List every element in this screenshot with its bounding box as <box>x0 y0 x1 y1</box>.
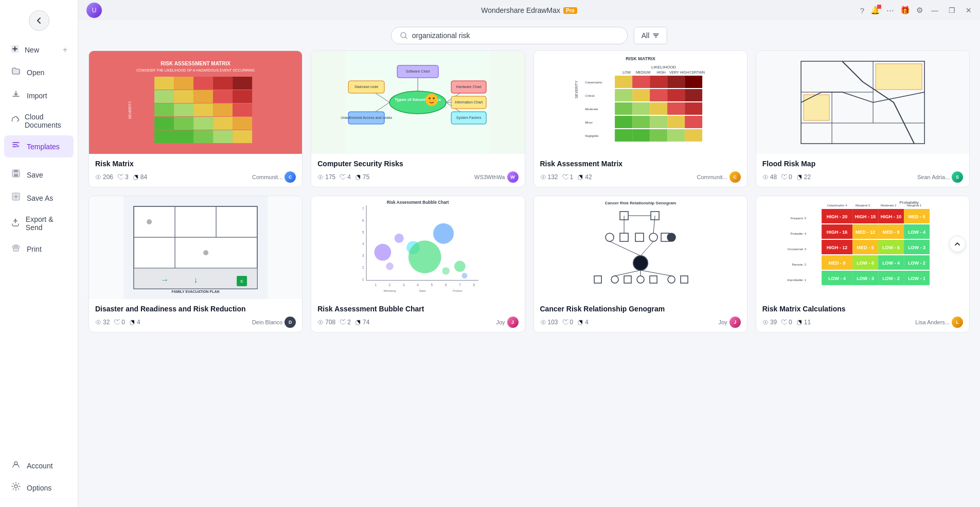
svg-rect-23 <box>193 90 213 103</box>
user-avatar[interactable]: U <box>86 3 102 18</box>
svg-rect-29 <box>213 103 233 116</box>
close-button[interactable]: ✕ <box>964 6 974 14</box>
sidebar-item-account[interactable]: Account <box>4 454 74 477</box>
svg-rect-92 <box>650 102 667 115</box>
svg-text:Marginal 1: Marginal 1 <box>907 204 922 207</box>
svg-rect-1 <box>16 145 19 147</box>
svg-rect-35 <box>233 117 252 130</box>
svg-text:3: 3 <box>403 283 405 287</box>
svg-text:LOW - 4: LOW - 4 <box>882 260 900 266</box>
back-button[interactable] <box>29 10 49 31</box>
svg-rect-27 <box>174 103 193 116</box>
svg-rect-20 <box>233 77 252 90</box>
svg-rect-97 <box>632 116 650 128</box>
copies-icon <box>577 319 583 325</box>
svg-text:FAMILY EVACUATION PLAN: FAMILY EVACUATION PLAN <box>172 290 220 293</box>
views-icon <box>540 174 546 180</box>
sidebar-item-new-label: New <box>25 46 39 54</box>
card-thumb-flood-risk-map <box>756 51 969 154</box>
card-cancer-risk-genogram[interactable]: Cancer Risk Relationship Genogram <box>533 196 747 333</box>
card-flood-risk-map[interactable]: Flood Risk Map 48 0 <box>756 50 970 187</box>
filter-button[interactable]: All <box>634 27 668 44</box>
svg-text:Minor: Minor <box>585 121 593 124</box>
sidebar-item-save-as[interactable]: Save As <box>4 187 74 209</box>
svg-text:LOW - 1: LOW - 1 <box>908 276 925 281</box>
card-info-risk-assessment-matrix: Risk Assessment Matrix 132 1 <box>534 154 747 187</box>
card-title-cancer-risk-genogram: Cancer Risk Relationship Genogram <box>540 304 741 313</box>
templates-grid: RISK ASSESSMENT MATRIX CONSIDER THE LIKE… <box>88 50 970 333</box>
author-avatar-3: S <box>952 171 963 183</box>
svg-text:SEVERITY: SEVERITY <box>128 101 132 119</box>
card-bubble-chart[interactable]: Risk Assessment Bubble Chart 1 2 3 4 5 6… <box>311 196 525 333</box>
sidebar-item-options[interactable]: Options <box>4 477 74 499</box>
card-info-cancer-risk-genogram: Cancer Risk Relationship Genogram 103 0 <box>534 299 747 332</box>
sidebar-item-print-label: Print <box>27 245 42 253</box>
notification-icon[interactable]: 🔔 <box>870 6 880 15</box>
svg-text:LOW - 2: LOW - 2 <box>882 276 900 281</box>
likes-icon <box>117 174 123 180</box>
sidebar-item-new[interactable]: New + <box>4 39 74 60</box>
card-risk-assessment-matrix[interactable]: RISK MATRIX LIKELIHOOD LOW MEDIUM HIGH V… <box>533 50 747 187</box>
svg-rect-87 <box>667 89 685 101</box>
svg-rect-106 <box>685 129 702 142</box>
likes-icon <box>340 319 346 325</box>
copies-icon <box>577 174 583 180</box>
svg-rect-102 <box>615 129 632 142</box>
svg-rect-24 <box>213 90 233 103</box>
svg-text:RISK ASSESSMENT MATRIX: RISK ASSESSMENT MATRIX <box>161 61 230 66</box>
svg-text:Catastrophic 4: Catastrophic 4 <box>827 204 847 207</box>
maximize-button[interactable]: ❐ <box>947 6 957 14</box>
card-meta-disaster-readiness: 32 0 4 Dein Blanco <box>95 317 296 328</box>
card-title-disaster-readiness: Disaster and Readiness and Risk Reductio… <box>95 304 296 313</box>
card-meta-risk-matrix: 206 3 84 Communit.. <box>95 171 296 183</box>
card-risk-matrix[interactable]: RISK ASSESSMENT MATRIX CONSIDER THE LIKE… <box>88 50 302 187</box>
svg-text:LOW: LOW <box>622 71 631 74</box>
card-computer-security[interactable]: Types of Security Risks Staircase code U… <box>311 50 525 187</box>
card-meta-bubble-chart: 708 2 74 Joy <box>317 317 518 328</box>
svg-point-159 <box>375 244 391 261</box>
scroll-top-button[interactable] <box>949 236 966 252</box>
sidebar-item-save[interactable]: Save <box>4 164 74 186</box>
sidebar-item-templates[interactable]: Templates <box>4 135 74 158</box>
card-info-risk-matrix-calc: Risk Matrix Calculations 39 0 <box>756 299 969 332</box>
svg-rect-31 <box>154 117 174 130</box>
likes-icon <box>781 174 787 180</box>
copies-icon <box>129 319 135 325</box>
card-meta-cancer-risk-genogram: 103 0 4 Joy <box>540 317 741 328</box>
svg-point-196 <box>542 322 544 323</box>
sidebar-back[interactable] <box>0 4 78 37</box>
svg-rect-33 <box>193 117 213 130</box>
sidebar-item-open[interactable]: Open <box>4 61 74 83</box>
sidebar-item-export[interactable]: Export & Send <box>4 210 74 237</box>
svg-text:MED - 9: MED - 9 <box>857 245 874 250</box>
likes-icon <box>114 319 120 325</box>
svg-text:LIKELIHOOD: LIKELIHOOD <box>651 65 676 69</box>
apps-grid-icon[interactable]: ⋯ <box>886 6 894 15</box>
gift-icon[interactable]: 🎁 <box>900 6 910 15</box>
svg-text:MED - 8: MED - 8 <box>882 230 899 235</box>
card-title-risk-assessment-matrix: Risk Assessment Matrix <box>540 159 741 168</box>
likes-icon <box>340 174 346 180</box>
sidebar-item-import[interactable]: Import <box>4 84 74 107</box>
minimize-button[interactable]: — <box>929 6 940 14</box>
svg-point-66 <box>433 97 435 99</box>
views-icon <box>317 174 324 180</box>
svg-point-65 <box>429 97 431 99</box>
svg-point-118 <box>764 177 766 178</box>
card-risk-matrix-calc[interactable]: Probability Frequent: 5 Probable: 4 Occa… <box>756 196 970 333</box>
likes-icon <box>781 319 787 325</box>
sidebar-item-cloud-label: Cloud Documents <box>25 113 67 129</box>
svg-rect-79 <box>632 76 650 88</box>
search-input[interactable] <box>412 31 619 40</box>
copies-icon <box>355 174 361 180</box>
settings-icon[interactable]: ⚙ <box>916 6 923 15</box>
sidebar-item-print[interactable]: Print <box>4 238 74 260</box>
sidebar-item-cloud[interactable]: Cloud Documents <box>4 108 74 134</box>
svg-text:Critical: Critical <box>585 94 594 97</box>
svg-text:Marketing: Marketing <box>384 290 396 293</box>
card-disaster-readiness[interactable]: → ↓ FAMILY EVACUATION PLAN E Disaster an… <box>88 196 302 333</box>
card-info-disaster-readiness: Disaster and Readiness and Risk Reductio… <box>89 299 302 332</box>
help-icon[interactable]: ? <box>860 6 864 15</box>
svg-text:Unauthorized Access and Leaks: Unauthorized Access and Leaks <box>341 116 393 119</box>
svg-text:3: 3 <box>362 254 364 257</box>
